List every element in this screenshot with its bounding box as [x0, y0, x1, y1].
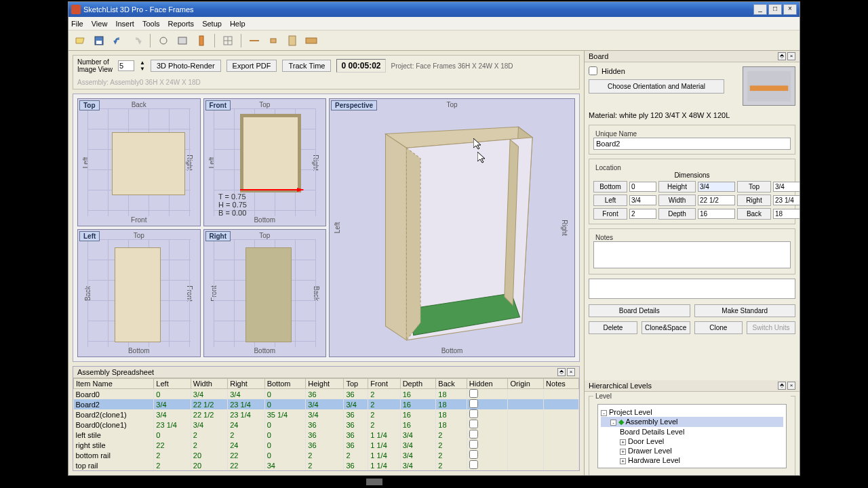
num-views-stepper[interactable]: ▲▼	[140, 60, 145, 72]
column-header[interactable]: Hidden	[467, 379, 508, 389]
video-progress[interactable]	[366, 479, 382, 485]
tree-item[interactable]: Board Details Level	[601, 427, 783, 436]
make-standard-button[interactable]: Make Standard	[694, 304, 796, 317]
column-header[interactable]: Front	[368, 379, 400, 389]
hidden-checkbox[interactable]	[589, 66, 597, 75]
board-details-button[interactable]: Board Details	[589, 304, 690, 317]
hidden-checkbox[interactable]	[469, 420, 478, 428]
menu-insert[interactable]: Insert	[115, 20, 134, 28]
width-input[interactable]	[698, 195, 735, 205]
small-rect-icon[interactable]	[266, 33, 281, 48]
menu-view[interactable]: View	[92, 20, 108, 28]
depth-input[interactable]	[698, 209, 735, 219]
unique-name-input[interactable]	[593, 138, 791, 150]
bottom-button[interactable]: Bottom	[593, 181, 627, 192]
viewport-perspective[interactable]: Perspective Top Bottom Left Right	[329, 98, 575, 357]
num-views-input[interactable]	[118, 60, 134, 71]
table-row[interactable]: left stile022036361 1/43/42	[74, 430, 579, 440]
grid-icon[interactable]	[220, 33, 235, 48]
notes-textarea[interactable]	[593, 241, 791, 268]
right-button[interactable]: Right	[737, 195, 771, 206]
wide-panel-icon[interactable]	[304, 33, 319, 48]
clone-button[interactable]: Clone	[694, 321, 743, 334]
table-row[interactable]: Board0(clone1)23 1/43/4240363621618	[74, 420, 579, 430]
table-row[interactable]: Board003/43/40363621618	[74, 389, 579, 400]
left-button[interactable]: Left	[593, 195, 627, 206]
hidden-checkbox[interactable]	[469, 399, 478, 408]
top-input[interactable]	[773, 182, 800, 192]
save-icon[interactable]	[92, 33, 106, 48]
column-header[interactable]: Item Name	[74, 379, 154, 389]
front-button[interactable]: Front	[593, 208, 627, 220]
menu-setup[interactable]: Setup	[202, 20, 222, 28]
title-bar[interactable]: SketchList 3D Pro - Face Frames _ □ ×	[68, 2, 800, 17]
table-row[interactable]: top rail22022342361 1/43/42	[74, 460, 579, 470]
switch-units-button[interactable]: Switch Units	[747, 321, 795, 334]
width-button[interactable]: Width	[658, 195, 696, 206]
viewport-right[interactable]: Right Top Bottom Front Back	[203, 229, 327, 357]
top-button[interactable]: Top	[737, 181, 771, 192]
column-header[interactable]: Left	[154, 379, 191, 389]
line-icon[interactable]	[247, 33, 262, 48]
open-icon[interactable]	[73, 33, 87, 48]
left-input[interactable]	[629, 195, 656, 205]
viewport-front[interactable]: Front Top Bottom Left Right T = 0.75 H =…	[203, 98, 327, 226]
export-pdf-button[interactable]: Export PDF	[226, 60, 277, 72]
table-row[interactable]: Board23/422 1/223 1/403/43/421618	[74, 399, 579, 409]
hidden-checkbox[interactable]	[469, 440, 478, 449]
height-input[interactable]	[698, 182, 735, 192]
tree-item[interactable]: -Project Level	[601, 407, 783, 417]
back-input[interactable]	[773, 209, 800, 219]
maximize-button[interactable]: □	[768, 4, 782, 15]
board-tool-icon[interactable]	[194, 33, 209, 48]
photo-render-button[interactable]: 3D Photo-Render	[151, 60, 221, 72]
table-row[interactable]: Board2(clone1)3/422 1/223 1/435 1/43/436…	[74, 409, 579, 420]
depth-button[interactable]: Depth	[658, 208, 696, 220]
viewport-left[interactable]: Left Top Bottom Back Front	[77, 229, 201, 357]
panel-pin-icon[interactable]: ⬘	[778, 52, 786, 60]
panel-pin-icon[interactable]: ⬘	[778, 382, 786, 390]
column-header[interactable]: Notes	[544, 379, 579, 389]
menu-file[interactable]: File	[71, 20, 83, 28]
choose-orientation-button[interactable]: Choose Orientation and Material	[589, 79, 724, 94]
tool-icon[interactable]	[175, 33, 190, 48]
panel-close-icon[interactable]: ×	[787, 52, 795, 60]
hidden-checkbox[interactable]	[469, 460, 478, 469]
column-header[interactable]: Back	[436, 379, 467, 389]
right-input[interactable]	[773, 195, 800, 205]
column-header[interactable]: Width	[191, 379, 227, 389]
hidden-checkbox[interactable]	[469, 409, 478, 418]
menu-reports[interactable]: Reports	[168, 20, 195, 28]
undo-icon[interactable]	[111, 33, 125, 48]
panel-close-icon[interactable]: ×	[787, 382, 795, 390]
spreadsheet-table[interactable]: Item NameLeftWidthRightBottomHeightTopFr…	[73, 378, 579, 470]
back-button[interactable]: Back	[737, 208, 771, 220]
viewport-top[interactable]: Top Back Front Left Right	[77, 98, 201, 226]
tree-item[interactable]: +Drawer Level	[601, 446, 783, 455]
close-button[interactable]: ×	[783, 4, 797, 15]
minimize-button[interactable]: _	[753, 4, 767, 15]
clone-space-button[interactable]: Clone&Space	[642, 321, 690, 334]
bottom-input[interactable]	[629, 182, 656, 192]
tree-item[interactable]: +Door Level	[601, 436, 783, 446]
redo-icon[interactable]	[130, 33, 144, 48]
panel-icon[interactable]	[285, 33, 300, 48]
height-button[interactable]: Height	[658, 181, 696, 192]
tree-item[interactable]: -◆ Assembly Level	[601, 417, 783, 427]
column-header[interactable]: Height	[306, 379, 344, 389]
table-row[interactable]: right stile22224036361 1/43/42	[74, 440, 579, 450]
hidden-checkbox[interactable]	[469, 450, 478, 459]
column-header[interactable]: Origin	[508, 379, 544, 389]
circle-tool-icon[interactable]	[156, 33, 171, 48]
column-header[interactable]: Bottom	[264, 379, 306, 389]
column-header[interactable]: Top	[344, 379, 368, 389]
front-input[interactable]	[629, 209, 656, 219]
column-header[interactable]: Right	[228, 379, 264, 389]
menu-tools[interactable]: Tools	[142, 20, 160, 28]
tree-item[interactable]: +Hardware Level	[601, 455, 783, 465]
notes-textarea-2[interactable]	[589, 279, 795, 299]
track-time-button[interactable]: Track Time	[282, 60, 331, 72]
column-header[interactable]: Depth	[400, 379, 436, 389]
delete-button[interactable]: Delete	[589, 321, 637, 334]
table-row[interactable]: bottom rail220220221 1/43/42	[74, 450, 579, 460]
